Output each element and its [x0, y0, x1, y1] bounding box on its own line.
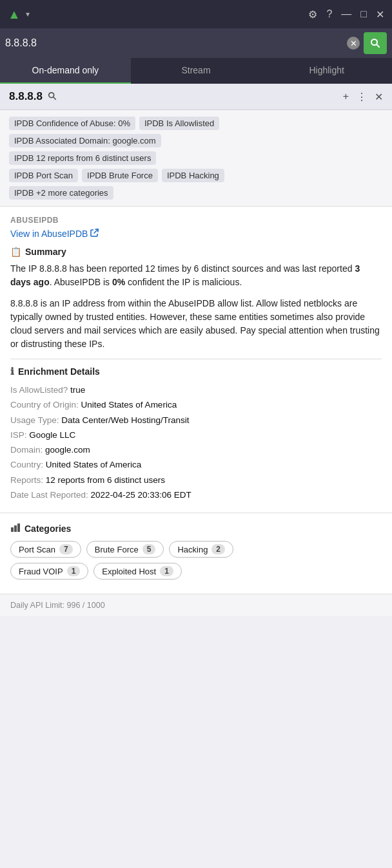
summary-text-2: 8.8.8.8 is an IP address from within the… [10, 297, 382, 351]
minimize-icon[interactable]: — [341, 8, 351, 20]
title-bar-left: ▲ ▾ [8, 7, 30, 22]
cat-count-exploited-host: 1 [160, 566, 173, 576]
cat-pill-port-scan: Port Scan 7 [10, 541, 81, 558]
more-options-icon[interactable]: ⋮ [357, 91, 367, 103]
tag-associated-domain: IPDB Associated Domain: google.com [9, 134, 161, 147]
svg-line-1 [377, 44, 379, 47]
external-link-icon [90, 229, 99, 239]
svg-rect-6 [14, 525, 17, 532]
tags-row-4: IPDB Port Scan IPDB Brute Force IPDB Hac… [9, 169, 383, 182]
cat-count-fraud-voip: 1 [67, 566, 81, 576]
close-panel-icon[interactable]: ✕ [375, 91, 383, 103]
enrichment-icon: ℹ [10, 366, 14, 377]
cat-label-fraud-voip: Fraud VOIP [19, 567, 63, 576]
categories-section: Categories Port Scan 7 Brute Force 5 Hac… [0, 513, 392, 594]
help-icon[interactable]: ? [326, 8, 332, 20]
cat-pill-exploited-host: Exploited Host 1 [93, 563, 182, 580]
detail-section: AbuseIPDB View in AbuseIPDB 📋 Summary Th… [0, 207, 392, 513]
search-icon [370, 38, 380, 48]
tag-brute-force: IPDB Brute Force [82, 169, 158, 182]
cat-label-port-scan: Port Scan [19, 545, 55, 554]
categories-heading: Categories [10, 522, 382, 534]
divider [10, 359, 382, 359]
tag-hacking: IPDB Hacking [162, 169, 224, 182]
cat-pill-hacking: Hacking 2 [169, 541, 233, 558]
enrichment-fields: Is AllowListed? true Country of Origin: … [10, 384, 382, 502]
cat-pill-fraud-voip: Fraud VOIP 1 [10, 563, 88, 580]
ip-actions: + ⋮ ✕ [343, 91, 383, 103]
tags-row-3: IPDB 12 reports from 6 distinct users [9, 151, 383, 165]
tab-on-demand[interactable]: On-demand only [0, 58, 131, 84]
cat-count-brute-force: 5 [142, 544, 156, 554]
tab-bar: On-demand only Stream Highlight [0, 58, 392, 84]
enrich-row-2: Usage Type: Data Center/Web Hosting/Tran… [10, 414, 382, 427]
enrich-row-3: ISP: Google LLC [10, 429, 382, 442]
categories-icon [10, 522, 21, 534]
section-label-abuseipdb: AbuseIPDB [10, 216, 382, 225]
enrich-row-4: Domain: google.com [10, 444, 382, 457]
summary-heading-text: Summary [25, 247, 66, 257]
categories-pills-row-1: Port Scan 7 Brute Force 5 Hacking 2 [10, 541, 382, 558]
cat-label-hacking: Hacking [177, 545, 208, 554]
content-area: 8.8.8.8 + ⋮ ✕ IPDB Confidence of Abuse: … [0, 84, 392, 868]
svg-rect-7 [17, 524, 20, 532]
title-bar: ▲ ▾ ⚙ ? — □ ✕ [0, 0, 392, 28]
svg-rect-5 [11, 527, 14, 532]
search-clear-button[interactable]: ✕ [347, 37, 360, 50]
tab-highlight[interactable]: Highlight [261, 58, 392, 84]
enrichment-heading-text: Enrichment Details [18, 366, 100, 377]
ip-header: 8.8.8.8 + ⋮ ✕ [0, 84, 392, 110]
summary-heading: 📋 Summary [10, 247, 382, 257]
add-icon[interactable]: + [343, 91, 349, 102]
enrich-row-0: Is AllowListed? true [10, 384, 382, 397]
tags-section: IPDB Confidence of Abuse: 0% IPDB Is All… [0, 110, 392, 207]
tab-stream[interactable]: Stream [131, 58, 262, 84]
enrich-row-6: Reports: 12 reports from 6 distinct user… [10, 474, 382, 487]
ip-address-title: 8.8.8.8 [9, 90, 43, 103]
api-limit-text: Daily API Limit: 996 / 1000 [10, 601, 105, 610]
svg-line-4 [94, 229, 98, 233]
categories-heading-text: Categories [24, 524, 71, 534]
logo-icon: ▲ [8, 7, 21, 22]
tag-allowlisted: IPDB Is Allowlisted [139, 117, 219, 130]
cat-count-port-scan: 7 [59, 544, 73, 554]
maximize-icon[interactable]: □ [360, 8, 367, 20]
search-bar: ✕ [0, 28, 392, 58]
tag-more-categories: IPDB +2 more categories [9, 186, 113, 200]
cat-count-hacking: 2 [211, 544, 225, 554]
close-icon[interactable]: ✕ [376, 8, 384, 21]
search-button[interactable] [364, 32, 387, 54]
tag-reports: IPDB 12 reports from 6 distinct users [9, 151, 156, 165]
enrichment-heading: ℹ Enrichment Details [10, 366, 382, 377]
cat-label-exploited-host: Exploited Host [102, 567, 156, 576]
tags-row-2: IPDB Associated Domain: google.com [9, 134, 383, 147]
enrich-row-1: Country of Origin: United States of Amer… [10, 399, 382, 411]
abuseipdb-link-text: View in AbuseIPDB [10, 229, 88, 239]
svg-line-3 [54, 97, 56, 99]
dropdown-arrow-icon[interactable]: ▾ [26, 10, 30, 19]
categories-pills-row-2: Fraud VOIP 1 Exploited Host 1 [10, 563, 382, 580]
cat-label-brute-force: Brute Force [95, 545, 139, 554]
summary-icon: 📋 [10, 247, 21, 257]
summary-text-1: The IP 8.8.8.8 has been reported 12 time… [10, 262, 382, 289]
abuseipdb-link[interactable]: View in AbuseIPDB [10, 229, 382, 239]
tag-confidence: IPDB Confidence of Abuse: 0% [9, 117, 135, 130]
ip-search-icon[interactable] [48, 91, 57, 102]
search-input[interactable] [5, 37, 343, 49]
api-limit: Daily API Limit: 996 / 1000 [0, 594, 392, 616]
enrich-row-5: Country: United States of America [10, 458, 382, 471]
tags-row-1: IPDB Confidence of Abuse: 0% IPDB Is All… [9, 117, 383, 130]
enrich-row-7: Date Last Reported: 2022-04-25 20:33:06 … [10, 489, 382, 502]
ip-title: 8.8.8.8 [9, 90, 57, 103]
settings-icon[interactable]: ⚙ [308, 8, 317, 21]
tag-port-scan: IPDB Port Scan [9, 169, 78, 182]
tags-row-5: IPDB +2 more categories [9, 186, 383, 200]
title-bar-controls: ⚙ ? — □ ✕ [308, 8, 384, 21]
cat-pill-brute-force: Brute Force 5 [86, 541, 164, 558]
